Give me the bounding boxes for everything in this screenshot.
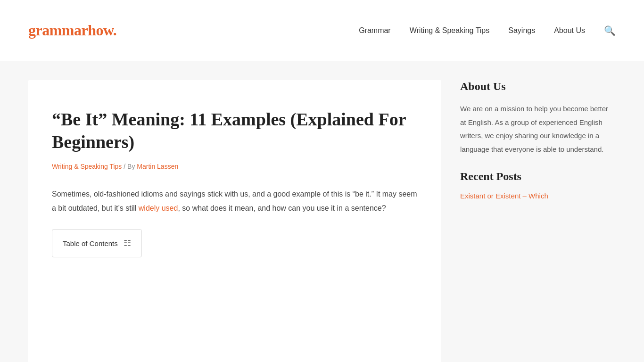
sidebar-recent-posts-section: Recent Posts Existant or Existent – Whic… bbox=[460, 170, 616, 202]
sidebar-about-section: About Us We are on a mission to help you… bbox=[460, 80, 616, 156]
nav-item-writing[interactable]: Writing & Speaking Tips bbox=[410, 26, 490, 34]
table-of-contents-box[interactable]: Table of Contents ☷ bbox=[52, 229, 142, 257]
article-intro: Sometimes, old-fashioned idioms and sayi… bbox=[52, 187, 418, 215]
sidebar-about-heading: About Us bbox=[460, 80, 616, 93]
main-nav: Grammar Writing & Speaking Tips Sayings … bbox=[359, 25, 616, 36]
site-logo[interactable]: grammarhow. bbox=[28, 22, 116, 39]
search-button[interactable]: 🔍 bbox=[604, 25, 616, 36]
article-title: “Be It” Meaning: 11 Examples (Explained … bbox=[52, 108, 418, 153]
sidebar-recent-posts-heading: Recent Posts bbox=[460, 170, 616, 183]
logo-dot: . bbox=[113, 22, 117, 39]
nav-item-sayings[interactable]: Sayings bbox=[508, 26, 535, 34]
intro-text-part2: , so what does it mean, and how can you … bbox=[178, 204, 386, 212]
page-body: “Be It” Meaning: 11 Examples (Explained … bbox=[0, 61, 644, 362]
toc-icon: ☷ bbox=[124, 238, 131, 248]
logo-text: grammarhow bbox=[28, 22, 113, 39]
site-header: grammarhow. Grammar Writing & Speaking T… bbox=[0, 0, 644, 61]
search-icon: 🔍 bbox=[604, 25, 616, 36]
nav-item-grammar[interactable]: Grammar bbox=[359, 26, 391, 34]
main-content: “Be It” Meaning: 11 Examples (Explained … bbox=[28, 80, 441, 362]
article-meta: Writing & Speaking Tips / By Martin Lass… bbox=[52, 163, 418, 170]
article-category-link[interactable]: Writing & Speaking Tips bbox=[52, 163, 122, 170]
meta-separator: / By bbox=[124, 163, 137, 170]
nav-item-about[interactable]: About Us bbox=[554, 26, 585, 34]
sidebar-about-text: We are on a mission to help you become b… bbox=[460, 102, 616, 156]
article-author-link[interactable]: Martin Lassen bbox=[137, 163, 178, 170]
sidebar: About Us We are on a mission to help you… bbox=[460, 80, 616, 362]
toc-label: Table of Contents bbox=[63, 239, 118, 247]
sidebar-recent-post-link[interactable]: Existant or Existent – Which bbox=[460, 192, 548, 200]
intro-link-widely-used[interactable]: widely used bbox=[139, 204, 178, 212]
